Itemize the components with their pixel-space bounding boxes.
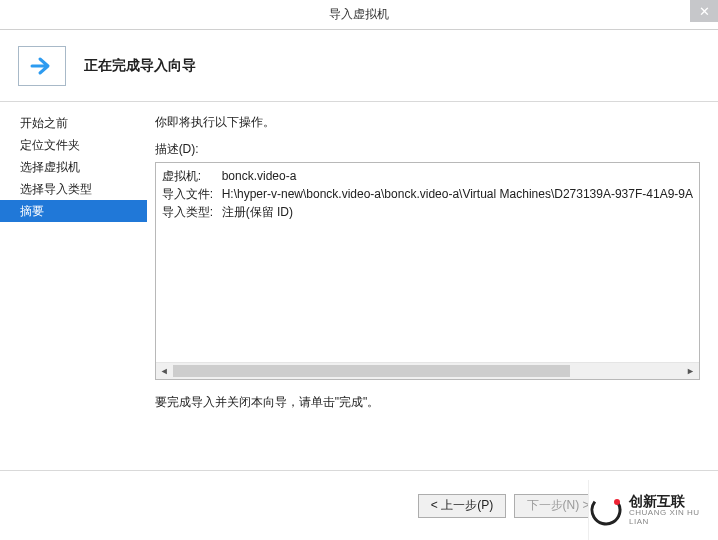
brand-text: 创新互联 CHUANG XIN HU LIAN: [629, 494, 718, 527]
description-content: 虚拟机: bonck.video-a 导入文件: H:\hyper-v-new\…: [156, 163, 699, 225]
vm-label: 虚拟机:: [162, 167, 222, 185]
import-type-label: 导入类型:: [162, 203, 222, 221]
brand-name-en: CHUANG XIN HU LIAN: [629, 509, 718, 527]
summary-row-vm: 虚拟机: bonck.video-a: [162, 167, 693, 185]
wizard-header: 正在完成导入向导: [0, 30, 718, 102]
summary-row-import-type: 导入类型: 注册(保留 ID): [162, 203, 693, 221]
vm-value: bonck.video-a: [222, 167, 297, 185]
scroll-track[interactable]: [173, 363, 682, 379]
sidebar-item-select-vm[interactable]: 选择虚拟机: [0, 156, 147, 178]
finish-hint-text: 要完成导入并关闭本向导，请单击"完成"。: [155, 394, 700, 411]
instruction-text: 你即将执行以下操作。: [155, 114, 700, 131]
previous-button[interactable]: < 上一步(P): [418, 494, 506, 518]
svg-point-1: [614, 499, 620, 505]
svg-point-0: [589, 493, 623, 527]
close-icon: ✕: [699, 4, 710, 19]
page-title: 正在完成导入向导: [84, 57, 196, 75]
sidebar-item-import-type[interactable]: 选择导入类型: [0, 178, 147, 200]
scroll-right-arrow-icon[interactable]: ►: [682, 363, 699, 379]
import-file-value: H:\hyper-v-new\bonck.video-a\bonck.video…: [222, 185, 693, 203]
description-label: 描述(D):: [155, 141, 700, 158]
import-file-label: 导入文件:: [162, 185, 222, 203]
window-title: 导入虚拟机: [329, 6, 389, 23]
description-box: 虚拟机: bonck.video-a 导入文件: H:\hyper-v-new\…: [155, 162, 700, 380]
wizard-steps-sidebar: 开始之前 定位文件夹 选择虚拟机 选择导入类型 摘要: [0, 102, 147, 470]
wizard-body: 开始之前 定位文件夹 选择虚拟机 选择导入类型 摘要 你即将执行以下操作。 描述…: [0, 102, 718, 470]
titlebar: 导入虚拟机 ✕: [0, 0, 718, 30]
sidebar-item-locate-folder[interactable]: 定位文件夹: [0, 134, 147, 156]
close-button[interactable]: ✕: [690, 0, 718, 22]
summary-row-import-file: 导入文件: H:\hyper-v-new\bonck.video-a\bonck…: [162, 185, 693, 203]
brand-name-cn: 创新互联: [629, 494, 718, 509]
brand-mark-icon: [589, 493, 623, 527]
import-icon: [18, 46, 66, 86]
horizontal-scrollbar[interactable]: ◄ ►: [156, 362, 699, 379]
scroll-left-arrow-icon[interactable]: ◄: [156, 363, 173, 379]
sidebar-item-summary[interactable]: 摘要: [0, 200, 147, 222]
sidebar-item-before-begin[interactable]: 开始之前: [0, 112, 147, 134]
scroll-thumb[interactable]: [173, 365, 570, 377]
brand-logo-overlay: 创新互联 CHUANG XIN HU LIAN: [588, 480, 718, 540]
import-type-value: 注册(保留 ID): [222, 203, 293, 221]
main-panel: 你即将执行以下操作。 描述(D): 虚拟机: bonck.video-a 导入文…: [147, 102, 718, 470]
